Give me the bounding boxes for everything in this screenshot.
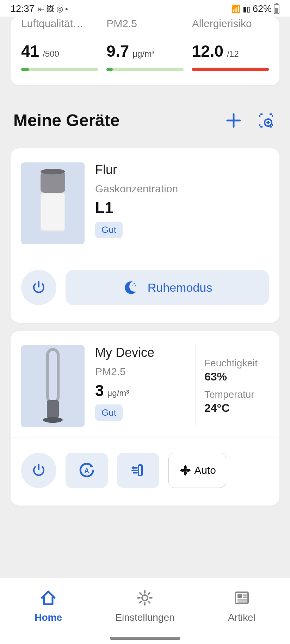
devices-section-header: Meine Geräte [0,85,290,140]
fan-icon [179,464,192,477]
svg-point-2 [41,169,65,174]
metric-unit: /500 [43,49,59,59]
status-icon-group: ⇤ 🖼 ◎ • [38,5,68,14]
metric-bar [192,68,269,71]
metric-bar [106,68,183,71]
metric-value: 12.0 [192,42,224,61]
bottom-nav: Home Einstellungen Artikel [0,578,290,644]
svg-rect-16 [237,594,242,598]
svg-point-13 [184,469,187,472]
air-quality-card[interactable]: Luftqualität… 41 /500 PM2.5 9.7 μg/m³ Al… [11,17,279,85]
svg-rect-12 [138,465,142,476]
home-indicator [110,637,180,640]
metric-label: Luftqualität… [21,17,98,30]
svg-point-7 [132,285,133,286]
auto-mode-button[interactable]: A [66,453,108,488]
plus-icon [225,112,242,129]
temperature-label: Temperatur [204,389,270,400]
article-icon [233,589,251,607]
svg-point-6 [135,285,136,286]
svg-point-14 [142,595,148,601]
nav-label: Home [35,612,62,623]
power-button[interactable] [21,453,56,488]
svg-point-5 [134,283,135,284]
power-button[interactable] [21,270,56,305]
humidity-value: 63% [204,370,270,383]
auto-cycle-icon: A [78,462,95,479]
quality-badge: Gut [95,222,123,238]
mode-label: Ruhemodus [148,281,212,295]
svg-text:A: A [85,467,89,474]
metric-air-quality: Luftqualität… 41 /500 [21,17,98,71]
metric-bar [21,68,98,71]
svg-point-10 [43,417,63,423]
quality-badge: Gut [95,404,123,421]
svg-rect-1 [41,172,65,193]
power-icon [31,463,47,478]
battery-icon [274,4,279,14]
device-card-flur[interactable]: Flur Gaskonzentration L1 Gut Ruhemodus [11,148,279,323]
air-purifier-icon [33,168,72,239]
status-bar: 12:37 ⇤ 🖼 ◎ • 📶 ▮▯ 62% [0,0,290,17]
nav-home[interactable]: Home [0,578,97,644]
device-image [21,162,85,244]
device-metric-label: PM2.5 [95,365,189,378]
fan-auto-label: Auto [194,464,216,476]
section-title: Meine Geräte [13,111,119,130]
metric-allergy: Allergierisiko 12.0 /12 [192,17,269,71]
battery-text: 62% [253,4,272,14]
metric-value: 41 [21,42,39,61]
mode-button[interactable]: Ruhemodus [66,270,269,305]
device-image [21,345,85,427]
signal-icon: ▮▯ [243,5,251,13]
gear-icon [136,589,154,607]
fan-tower-icon [33,347,72,425]
metric-pm25: PM2.5 9.7 μg/m³ [106,17,183,71]
add-device-button[interactable] [225,112,242,129]
status-time: 12:37 [11,4,35,14]
humidity-label: Feuchtigkeit [204,358,270,369]
device-unit: μg/m³ [107,388,129,398]
device-side-info: Feuchtigkeit 63% Temperatur 24°C [196,345,270,427]
svg-rect-9 [47,400,59,418]
metric-unit: /12 [227,49,239,59]
metric-value: 9.7 [106,42,129,61]
device-value: L1 [95,199,113,217]
airflow-button[interactable] [117,453,159,488]
metric-label: Allergierisiko [192,17,269,30]
airflow-icon [130,462,146,478]
fan-auto-button[interactable]: Auto [168,453,226,488]
scan-device-button[interactable] [258,112,274,129]
power-icon [31,280,47,295]
wifi-icon: 📶 [231,5,241,14]
metric-label: PM2.5 [106,17,183,30]
device-metric-label: Gaskonzentration [95,182,263,196]
metric-unit: μg/m³ [132,49,154,59]
svg-rect-4 [41,193,64,230]
nav-settings[interactable]: Einstellungen [97,578,193,644]
nav-label: Einstellungen [115,612,174,623]
nav-label: Artikel [228,612,255,623]
device-value: 3 [95,382,104,400]
home-icon [39,589,57,607]
device-name: Flur [95,162,263,177]
nav-articles[interactable]: Artikel [193,578,290,644]
scan-add-icon [258,112,274,129]
device-name: My Device [95,345,189,360]
temperature-value: 24°C [204,402,270,415]
device-card-mydevice[interactable]: My Device PM2.5 3 μg/m³ Gut Feuchtigkeit… [11,331,279,506]
svg-rect-8 [48,349,58,402]
moon-icon [122,279,138,296]
